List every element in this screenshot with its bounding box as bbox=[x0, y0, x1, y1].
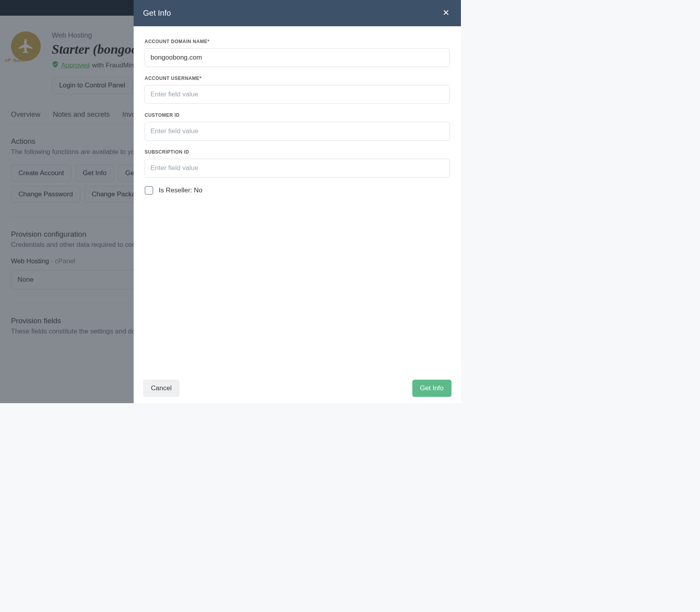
modal-title: Get Info bbox=[143, 9, 171, 18]
reseller-checkbox-row: Is Reseller: No bbox=[145, 186, 450, 195]
form-group-username: ACCOUNT USERNAME* bbox=[145, 76, 450, 104]
form-group-domain: ACCOUNT DOMAIN NAME* bbox=[145, 39, 450, 67]
username-label: ACCOUNT USERNAME* bbox=[145, 76, 450, 81]
get-info-submit-button[interactable]: Get Info bbox=[412, 380, 452, 397]
username-input[interactable] bbox=[145, 85, 450, 104]
modal-close-button[interactable] bbox=[441, 7, 452, 19]
reseller-label-text: Is Reseller: bbox=[159, 186, 194, 194]
customer-id-input[interactable] bbox=[145, 122, 450, 141]
reseller-value: No bbox=[194, 186, 203, 194]
subscription-id-label: SUBSCRIPTION ID bbox=[145, 149, 450, 155]
customer-id-label: CUSTOMER ID bbox=[145, 112, 450, 118]
close-icon bbox=[442, 9, 450, 16]
domain-input[interactable] bbox=[145, 48, 450, 67]
reseller-checkbox[interactable] bbox=[145, 186, 153, 195]
domain-label: ACCOUNT DOMAIN NAME* bbox=[145, 39, 450, 44]
modal-header: Get Info bbox=[134, 0, 461, 26]
modal-body: ACCOUNT DOMAIN NAME* ACCOUNT USERNAME* C… bbox=[134, 26, 461, 373]
modal-footer: Cancel Get Info bbox=[134, 373, 461, 403]
subscription-id-input[interactable] bbox=[145, 159, 450, 177]
get-info-modal: Get Info ACCOUNT DOMAIN NAME* ACCOUNT US… bbox=[134, 0, 461, 403]
reseller-label: Is Reseller: No bbox=[159, 186, 202, 194]
form-group-subscription-id: SUBSCRIPTION ID bbox=[145, 149, 450, 177]
form-group-customer-id: CUSTOMER ID bbox=[145, 112, 450, 141]
cancel-button[interactable]: Cancel bbox=[143, 380, 180, 397]
modal-overlay[interactable]: Get Info ACCOUNT DOMAIN NAME* ACCOUNT US… bbox=[0, 0, 461, 403]
